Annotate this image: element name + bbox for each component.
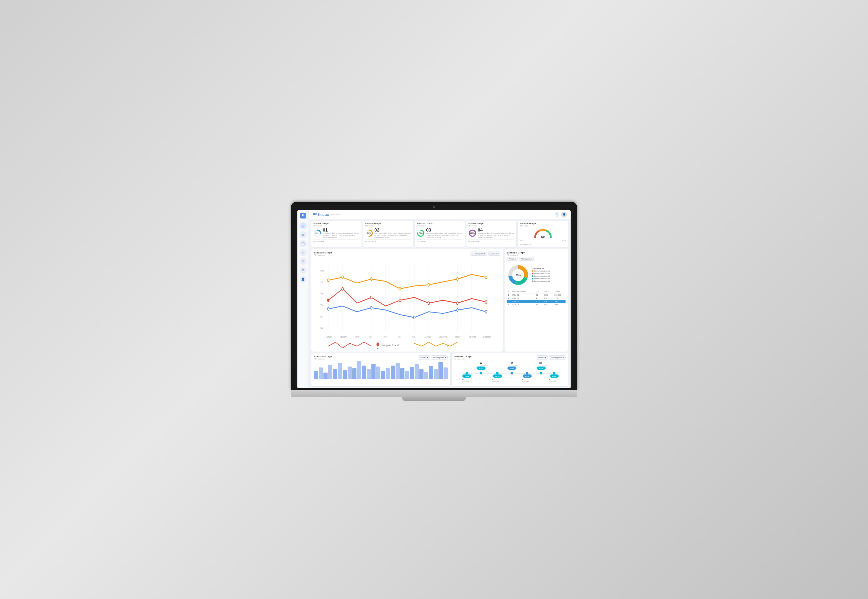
sidebar-item-search[interactable]: ⌕ bbox=[300, 249, 307, 256]
table-row-highlight: 3 ITEM 03 5 20$ 100$ bbox=[507, 300, 565, 303]
timeline-filter1[interactable]: All stats ▾ bbox=[536, 355, 548, 360]
line-chart-panel: Statistic Graph All mentions: All catego… bbox=[311, 249, 503, 352]
sidebar-item-user[interactable]: ◯ bbox=[300, 240, 307, 247]
table-row: 2 ITEM 02 4 9.18 27% bbox=[507, 296, 565, 300]
laptop-screen: ⊞ ▦ ◯ ⌕ ✉ ⚙ 👤 bbox=[297, 210, 571, 388]
stat-card-4: Statistic Graph All mentions: 100% bbox=[466, 221, 517, 247]
svg-rect-2 bbox=[313, 213, 315, 215]
svg-point-49 bbox=[457, 309, 458, 312]
bar-21 bbox=[410, 367, 414, 379]
svg-text:04: 04 bbox=[511, 362, 513, 364]
bar-25 bbox=[429, 366, 433, 379]
svg-text:2019: 2019 bbox=[539, 367, 543, 369]
svg-point-90 bbox=[540, 372, 542, 375]
svg-text:March: March bbox=[355, 336, 359, 338]
bar-20 bbox=[405, 371, 409, 379]
timeline-filter2[interactable]: All categories ▾ bbox=[549, 355, 565, 360]
data-table-container: # PRODUCT NAME QTY PRICE TOTAL bbox=[507, 290, 565, 306]
svg-text:lorem ipsum: lorem ipsum bbox=[493, 381, 499, 382]
svg-text:02: 02 bbox=[539, 362, 542, 364]
bar-2 bbox=[319, 367, 323, 379]
svg-text:July: July bbox=[412, 336, 414, 339]
svg-point-99 bbox=[466, 372, 468, 375]
donut-filter1[interactable]: All stats ▾ bbox=[507, 257, 518, 261]
svg-rect-3 bbox=[315, 213, 317, 215]
svg-text:June: June bbox=[398, 336, 401, 338]
user-avatar[interactable]: 👤 bbox=[561, 212, 567, 218]
bottom-area: Statistic Graph All mentions: All stats … bbox=[309, 353, 571, 388]
bar-filter1[interactable]: All stats ▾ bbox=[418, 355, 430, 360]
bar-12 bbox=[367, 369, 371, 379]
svg-text:May: May bbox=[384, 336, 387, 339]
svg-point-101 bbox=[526, 372, 528, 375]
svg-text:2014: 2014 bbox=[464, 375, 469, 377]
sidebar: ⊞ ▦ ◯ ⌕ ✉ ⚙ 👤 bbox=[297, 210, 309, 388]
bar-filter2[interactable]: All categories ▾ bbox=[431, 355, 448, 360]
sidebar-item-mail[interactable]: ✉ bbox=[300, 258, 307, 265]
stat-card-1: Statistic Graph All mentions: 25% bbox=[311, 221, 362, 247]
svg-point-67 bbox=[377, 348, 379, 349]
bar-4 bbox=[328, 364, 332, 379]
middle-area: Statistic Graph All mentions: All catego… bbox=[309, 249, 571, 353]
table-row: 1 ITEM 01 21 9,998 209,798 bbox=[507, 293, 565, 297]
svg-point-65 bbox=[377, 342, 379, 346]
bar-15 bbox=[381, 371, 385, 379]
svg-point-45 bbox=[485, 301, 487, 303]
dashboard: ⊞ ▦ ◯ ⌕ ✉ ⚙ 👤 bbox=[297, 210, 571, 388]
filter-categories[interactable]: All categories ▾ bbox=[470, 251, 487, 256]
stat-card-2: Statistic Graph All mentions: 50% bbox=[363, 221, 413, 247]
bar-3 bbox=[323, 373, 328, 379]
stats-row: Statistic Graph All mentions: 25% bbox=[309, 219, 571, 249]
svg-point-43 bbox=[428, 302, 429, 305]
bar-chart-title: Statistic Graph bbox=[314, 355, 332, 358]
sidebar-item-chart[interactable]: ▦ bbox=[300, 231, 307, 238]
logo-icon bbox=[300, 213, 306, 218]
bar-chart-panel: Statistic Graph All mentions: All stats … bbox=[311, 353, 450, 386]
svg-text:02: 02 bbox=[480, 362, 482, 364]
svg-point-38 bbox=[485, 276, 487, 279]
svg-text:2015: 2015 bbox=[479, 367, 483, 369]
stat-circle-3: 75% bbox=[416, 229, 425, 237]
svg-text:lorem ipsum: lorem ipsum bbox=[462, 381, 469, 382]
search-button[interactable]: 🔍 bbox=[555, 212, 559, 217]
svg-point-39 bbox=[327, 299, 329, 302]
sidebar-item-settings[interactable]: ⚙ bbox=[300, 267, 307, 274]
bar-9 bbox=[353, 368, 357, 379]
bar-14 bbox=[376, 367, 380, 379]
bar-chart-bars bbox=[314, 361, 448, 380]
svg-point-89 bbox=[511, 372, 513, 375]
svg-text:Mon: Mon bbox=[320, 269, 324, 272]
donut-filter2[interactable]: All categories ▾ bbox=[519, 257, 534, 261]
bar-26 bbox=[434, 369, 438, 379]
svg-text:October: October bbox=[455, 336, 461, 338]
svg-text:2017: 2017 bbox=[509, 367, 514, 369]
bar-8 bbox=[348, 367, 352, 379]
svg-point-46 bbox=[327, 307, 329, 310]
timeline-title: Statistic Graph bbox=[454, 355, 472, 358]
app-name: fleaux bbox=[318, 212, 329, 217]
bar-10 bbox=[357, 361, 361, 379]
sidebar-item-home[interactable]: ⊞ bbox=[300, 222, 307, 229]
topbar: fleaux DATA CALENDER 🔍 👤 bbox=[309, 210, 571, 219]
svg-text:Wed: Wed bbox=[320, 292, 324, 295]
svg-point-41 bbox=[371, 296, 372, 299]
bar-16 bbox=[386, 368, 390, 379]
data-table: # PRODUCT NAME QTY PRICE TOTAL bbox=[507, 290, 565, 306]
svg-point-35 bbox=[399, 287, 401, 290]
svg-text:2020: 2020 bbox=[552, 375, 556, 377]
filter-stats[interactable]: All stats ▾ bbox=[488, 251, 500, 256]
bar-6 bbox=[338, 363, 342, 379]
sidebar-item-profile[interactable]: 👤 bbox=[300, 276, 307, 283]
svg-point-50 bbox=[485, 310, 487, 313]
line-chart-svg-area: Mon Tue Wed Thu Fri Sat bbox=[314, 257, 500, 349]
donut-chart-container: 75% Lorem ipsum Lorem ipsum dolor sit Lo… bbox=[507, 264, 565, 286]
chart-title: Statistic Graph bbox=[314, 251, 332, 254]
svg-point-102 bbox=[553, 372, 555, 375]
col-total: TOTAL bbox=[553, 290, 565, 293]
svg-text:Fri: Fri bbox=[320, 315, 322, 318]
svg-text:December: December bbox=[483, 336, 491, 338]
bar-1 bbox=[314, 371, 318, 379]
bar-17 bbox=[391, 366, 395, 379]
svg-point-100 bbox=[496, 372, 499, 375]
donut-chart: 75% bbox=[507, 264, 529, 286]
